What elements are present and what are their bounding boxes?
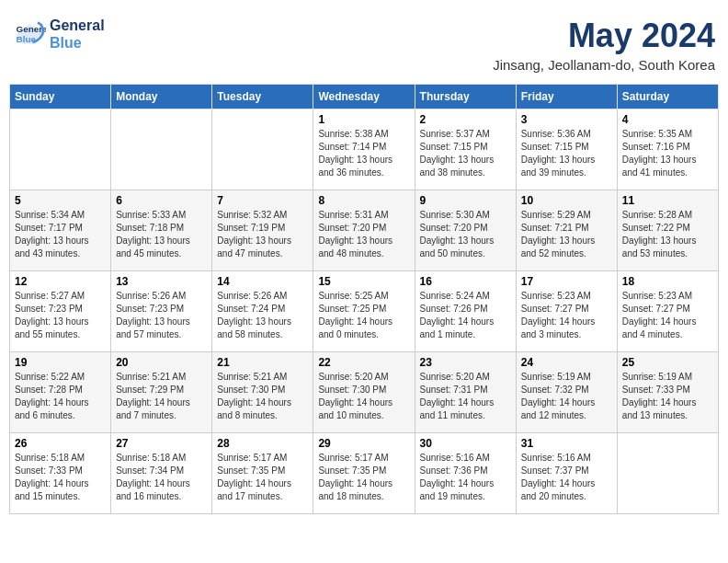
day-number: 8 bbox=[318, 194, 409, 207]
day-info: Sunrise: 5:32 AM Sunset: 7:19 PM Dayligh… bbox=[217, 209, 308, 260]
day-info: Sunrise: 5:25 AM Sunset: 7:25 PM Dayligh… bbox=[318, 290, 409, 341]
day-cell: 28Sunrise: 5:17 AM Sunset: 7:35 PM Dayli… bbox=[212, 433, 313, 514]
day-number: 12 bbox=[15, 275, 106, 288]
day-cell: 29Sunrise: 5:17 AM Sunset: 7:35 PM Dayli… bbox=[313, 433, 415, 514]
day-number: 15 bbox=[318, 275, 409, 288]
calendar-subtitle: Jinsang, Jeollanam-do, South Korea bbox=[493, 57, 715, 73]
day-info: Sunrise: 5:23 AM Sunset: 7:27 PM Dayligh… bbox=[622, 290, 713, 341]
day-number: 19 bbox=[15, 356, 106, 369]
header-monday: Monday bbox=[111, 85, 212, 109]
day-number: 11 bbox=[622, 194, 713, 207]
header-wednesday: Wednesday bbox=[313, 85, 415, 109]
day-info: Sunrise: 5:35 AM Sunset: 7:16 PM Dayligh… bbox=[622, 128, 713, 179]
day-cell: 3Sunrise: 5:36 AM Sunset: 7:15 PM Daylig… bbox=[516, 109, 617, 190]
day-number: 27 bbox=[116, 437, 207, 450]
day-number: 5 bbox=[15, 194, 106, 207]
day-info: Sunrise: 5:20 AM Sunset: 7:30 PM Dayligh… bbox=[318, 371, 409, 422]
day-info: Sunrise: 5:23 AM Sunset: 7:27 PM Dayligh… bbox=[521, 290, 612, 341]
day-cell: 9Sunrise: 5:30 AM Sunset: 7:20 PM Daylig… bbox=[415, 190, 516, 271]
day-info: Sunrise: 5:26 AM Sunset: 7:24 PM Dayligh… bbox=[217, 290, 308, 341]
day-cell: 19Sunrise: 5:22 AM Sunset: 7:28 PM Dayli… bbox=[10, 352, 111, 433]
day-info: Sunrise: 5:18 AM Sunset: 7:33 PM Dayligh… bbox=[15, 452, 106, 503]
header-thursday: Thursday bbox=[415, 85, 516, 109]
day-number: 20 bbox=[116, 356, 207, 369]
day-cell bbox=[617, 433, 718, 514]
day-cell: 30Sunrise: 5:16 AM Sunset: 7:36 PM Dayli… bbox=[415, 433, 516, 514]
day-cell: 27Sunrise: 5:18 AM Sunset: 7:34 PM Dayli… bbox=[111, 433, 212, 514]
day-info: Sunrise: 5:21 AM Sunset: 7:30 PM Dayligh… bbox=[217, 371, 308, 422]
logo-line1: General bbox=[50, 17, 105, 34]
day-cell: 5Sunrise: 5:34 AM Sunset: 7:17 PM Daylig… bbox=[10, 190, 111, 271]
day-cell: 17Sunrise: 5:23 AM Sunset: 7:27 PM Dayli… bbox=[516, 271, 617, 352]
day-cell: 13Sunrise: 5:26 AM Sunset: 7:23 PM Dayli… bbox=[111, 271, 212, 352]
day-info: Sunrise: 5:26 AM Sunset: 7:23 PM Dayligh… bbox=[116, 290, 207, 341]
day-cell: 15Sunrise: 5:25 AM Sunset: 7:25 PM Dayli… bbox=[313, 271, 415, 352]
day-info: Sunrise: 5:27 AM Sunset: 7:23 PM Dayligh… bbox=[15, 290, 106, 341]
week-row-2: 5Sunrise: 5:34 AM Sunset: 7:17 PM Daylig… bbox=[10, 190, 719, 271]
day-info: Sunrise: 5:29 AM Sunset: 7:21 PM Dayligh… bbox=[521, 209, 612, 260]
day-number: 25 bbox=[622, 356, 713, 369]
day-number: 4 bbox=[622, 113, 713, 126]
week-row-1: 1Sunrise: 5:38 AM Sunset: 7:14 PM Daylig… bbox=[10, 109, 719, 190]
day-info: Sunrise: 5:37 AM Sunset: 7:15 PM Dayligh… bbox=[420, 128, 511, 179]
day-number: 13 bbox=[116, 275, 207, 288]
day-number: 29 bbox=[318, 437, 409, 450]
day-number: 2 bbox=[420, 113, 511, 126]
day-cell: 25Sunrise: 5:19 AM Sunset: 7:33 PM Dayli… bbox=[617, 352, 718, 433]
day-number: 26 bbox=[15, 437, 106, 450]
day-info: Sunrise: 5:31 AM Sunset: 7:20 PM Dayligh… bbox=[318, 209, 409, 260]
day-cell bbox=[10, 109, 111, 190]
day-info: Sunrise: 5:16 AM Sunset: 7:37 PM Dayligh… bbox=[521, 452, 612, 503]
day-number: 30 bbox=[420, 437, 511, 450]
day-info: Sunrise: 5:24 AM Sunset: 7:26 PM Dayligh… bbox=[420, 290, 511, 341]
day-cell: 20Sunrise: 5:21 AM Sunset: 7:29 PM Dayli… bbox=[111, 352, 212, 433]
day-info: Sunrise: 5:34 AM Sunset: 7:17 PM Dayligh… bbox=[15, 209, 106, 260]
day-cell: 12Sunrise: 5:27 AM Sunset: 7:23 PM Dayli… bbox=[10, 271, 111, 352]
day-info: Sunrise: 5:38 AM Sunset: 7:14 PM Dayligh… bbox=[318, 128, 409, 179]
day-number: 7 bbox=[217, 194, 308, 207]
day-info: Sunrise: 5:18 AM Sunset: 7:34 PM Dayligh… bbox=[116, 452, 207, 503]
day-info: Sunrise: 5:19 AM Sunset: 7:32 PM Dayligh… bbox=[521, 371, 612, 422]
day-cell: 24Sunrise: 5:19 AM Sunset: 7:32 PM Dayli… bbox=[516, 352, 617, 433]
day-cell: 26Sunrise: 5:18 AM Sunset: 7:33 PM Dayli… bbox=[10, 433, 111, 514]
day-cell: 1Sunrise: 5:38 AM Sunset: 7:14 PM Daylig… bbox=[313, 109, 415, 190]
day-info: Sunrise: 5:17 AM Sunset: 7:35 PM Dayligh… bbox=[318, 452, 409, 503]
week-row-5: 26Sunrise: 5:18 AM Sunset: 7:33 PM Dayli… bbox=[10, 433, 719, 514]
day-cell: 16Sunrise: 5:24 AM Sunset: 7:26 PM Dayli… bbox=[415, 271, 516, 352]
calendar-header: General Blue General Blue May 2024 Jinsa… bbox=[9, 9, 719, 80]
calendar-table: SundayMondayTuesdayWednesdayThursdayFrid… bbox=[9, 84, 719, 514]
day-cell: 23Sunrise: 5:20 AM Sunset: 7:31 PM Dayli… bbox=[415, 352, 516, 433]
day-number: 9 bbox=[420, 194, 511, 207]
day-number: 10 bbox=[521, 194, 612, 207]
day-info: Sunrise: 5:22 AM Sunset: 7:28 PM Dayligh… bbox=[15, 371, 106, 422]
day-number: 24 bbox=[521, 356, 612, 369]
day-cell: 8Sunrise: 5:31 AM Sunset: 7:20 PM Daylig… bbox=[313, 190, 415, 271]
day-info: Sunrise: 5:17 AM Sunset: 7:35 PM Dayligh… bbox=[217, 452, 308, 503]
day-cell: 14Sunrise: 5:26 AM Sunset: 7:24 PM Dayli… bbox=[212, 271, 313, 352]
day-info: Sunrise: 5:21 AM Sunset: 7:29 PM Dayligh… bbox=[116, 371, 207, 422]
day-number: 16 bbox=[420, 275, 511, 288]
day-number: 1 bbox=[318, 113, 409, 126]
day-info: Sunrise: 5:33 AM Sunset: 7:18 PM Dayligh… bbox=[116, 209, 207, 260]
day-number: 21 bbox=[217, 356, 308, 369]
header-tuesday: Tuesday bbox=[212, 85, 313, 109]
title-block: May 2024 Jinsang, Jeollanam-do, South Ko… bbox=[493, 17, 715, 73]
day-cell: 4Sunrise: 5:35 AM Sunset: 7:16 PM Daylig… bbox=[617, 109, 718, 190]
day-info: Sunrise: 5:36 AM Sunset: 7:15 PM Dayligh… bbox=[521, 128, 612, 179]
day-cell: 21Sunrise: 5:21 AM Sunset: 7:30 PM Dayli… bbox=[212, 352, 313, 433]
logo-line2: Blue bbox=[50, 34, 105, 52]
day-cell: 18Sunrise: 5:23 AM Sunset: 7:27 PM Dayli… bbox=[617, 271, 718, 352]
day-info: Sunrise: 5:19 AM Sunset: 7:33 PM Dayligh… bbox=[622, 371, 713, 422]
day-cell: 10Sunrise: 5:29 AM Sunset: 7:21 PM Dayli… bbox=[516, 190, 617, 271]
day-number: 18 bbox=[622, 275, 713, 288]
day-cell bbox=[111, 109, 212, 190]
day-number: 22 bbox=[318, 356, 409, 369]
day-info: Sunrise: 5:20 AM Sunset: 7:31 PM Dayligh… bbox=[420, 371, 511, 422]
day-number: 31 bbox=[521, 437, 612, 450]
weekday-header-row: SundayMondayTuesdayWednesdayThursdayFrid… bbox=[10, 85, 719, 109]
day-number: 6 bbox=[116, 194, 207, 207]
day-cell: 11Sunrise: 5:28 AM Sunset: 7:22 PM Dayli… bbox=[617, 190, 718, 271]
day-number: 28 bbox=[217, 437, 308, 450]
calendar-title: May 2024 bbox=[493, 17, 715, 55]
day-number: 23 bbox=[420, 356, 511, 369]
